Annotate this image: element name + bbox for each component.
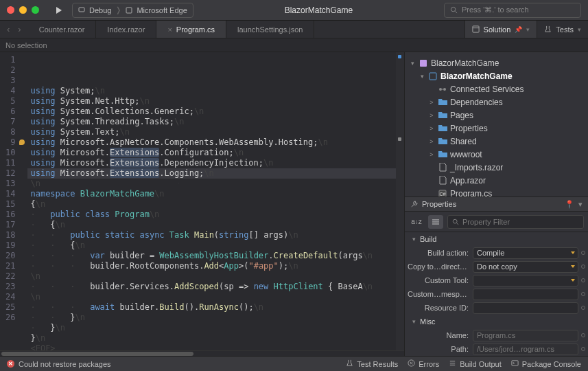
code-line[interactable]: \n (27, 292, 396, 302)
close-window-button[interactable] (7, 6, 14, 14)
code-line[interactable]: · {\n (27, 220, 396, 230)
status-pad-button[interactable]: Package Console (511, 359, 581, 368)
code-line[interactable]: using System.Collections.Generic;\n (27, 106, 396, 117)
nav-back-button[interactable]: ‹ (4, 23, 12, 36)
tree-item[interactable]: _Imports.razor (405, 161, 588, 174)
breadcrumb[interactable]: No selection (0, 38, 588, 52)
code-line[interactable]: · · · var builder = WebAssemblyHostBuild… (27, 251, 396, 261)
property-filter-input[interactable]: Property Filter (447, 215, 584, 229)
sort-alpha-button[interactable]: a↓z (409, 215, 424, 229)
tests-tab-label: Tests (556, 25, 574, 34)
solution-tab-label: Solution (484, 25, 511, 34)
property-group-header[interactable]: ▾Build (405, 232, 588, 246)
tree-item[interactable]: >Pages (405, 109, 588, 122)
tree-item[interactable]: ▾BlazorMatchGame (405, 69, 588, 82)
pin-icon[interactable]: 📍 (565, 200, 574, 209)
tree-twisty-icon[interactable]: > (428, 138, 435, 145)
code-editor[interactable]: 1234567891011121314151617181920212223242… (0, 52, 404, 350)
code-line[interactable]: \n (27, 271, 396, 282)
tree-twisty-icon[interactable]: > (428, 151, 435, 158)
global-search-box[interactable]: Press '⌘.' to search (444, 3, 581, 18)
code-line[interactable]: using Microsoft.AspNetCore.Components.We… (27, 137, 396, 148)
tree-twisty-icon[interactable]: > (428, 112, 435, 119)
pin-icon[interactable]: 📌 (515, 26, 522, 33)
status-error-message[interactable]: ✕ Could not restore packages (7, 360, 111, 368)
code-line[interactable]: }\n (27, 333, 396, 344)
code-line[interactable]: using System;\n (27, 86, 396, 96)
chevron-down-icon: ▾ (410, 318, 417, 325)
horizontal-scrollbar[interactable] (0, 350, 404, 356)
property-dropdown[interactable]: Compile (473, 247, 578, 259)
property-input[interactable]: Program.cs (473, 330, 578, 341)
property-marker-icon[interactable] (581, 306, 585, 310)
code-line[interactable]: using System.Net.Http;\n (27, 96, 396, 106)
close-tab-button[interactable]: × (167, 25, 172, 34)
chevron-down-icon[interactable]: ▾ (578, 26, 581, 33)
run-configuration-selector[interactable]: Debug ❭ Microsoft Edge (72, 3, 193, 18)
code-line[interactable]: using System.Threading.Tasks;\n (27, 117, 396, 127)
tests-panel-tab[interactable]: Tests ▾ (537, 21, 588, 38)
code-line[interactable]: · · · builder.RootComponents.Add<App>("#… (27, 261, 396, 271)
property-marker-icon[interactable] (581, 347, 585, 351)
tree-item[interactable]: App.razor (405, 174, 588, 187)
tree-item[interactable]: >Properties (405, 122, 588, 135)
property-dropdown[interactable] (473, 275, 578, 286)
status-pad-button[interactable]: Errors (408, 359, 439, 368)
chevron-down-icon[interactable]: ▾ (578, 200, 583, 209)
code-line[interactable]: · · {\n (27, 240, 396, 251)
property-input[interactable] (473, 289, 578, 300)
property-marker-icon[interactable] (581, 265, 585, 269)
code-line[interactable]: · · }\n (27, 313, 396, 323)
sort-category-button[interactable] (428, 215, 443, 229)
tree-item[interactable]: >Dependencies (405, 95, 588, 109)
code-line[interactable]: \n (27, 179, 396, 189)
code-line[interactable]: using Microsoft.Extensions.Logging;\n (27, 168, 396, 179)
tree-item[interactable]: ▾BlazorMatchGame (405, 56, 588, 69)
property-group-header[interactable]: ▾Misc (405, 315, 588, 328)
tree-item[interactable]: C#Program.cs (405, 187, 588, 196)
status-pad-button[interactable]: Build Output (449, 359, 502, 368)
editor-tab[interactable]: Counter.razor (28, 21, 97, 38)
solution-explorer-tree[interactable]: ▾BlazorMatchGame▾BlazorMatchGameConnecte… (405, 52, 588, 196)
property-input[interactable] (473, 302, 578, 314)
code-line[interactable]: · public class Program\n (27, 210, 396, 220)
tree-item[interactable]: >wwwroot (405, 148, 588, 161)
property-marker-icon[interactable] (581, 251, 585, 255)
tree-twisty-icon[interactable]: ▾ (409, 60, 416, 67)
tree-twisty-icon[interactable]: > (428, 125, 435, 132)
code-line[interactable]: · · · builder.Services.AddScoped(sp => n… (27, 282, 396, 292)
code-line[interactable]: {\n (27, 199, 396, 210)
solution-panel-tab[interactable]: Solution 📌 ▾ (464, 21, 537, 38)
maximize-window-button[interactable] (32, 6, 39, 14)
run-button[interactable] (51, 3, 67, 18)
minimize-window-button[interactable] (19, 6, 27, 14)
code-line[interactable]: · }\n (27, 323, 396, 333)
chevron-down-icon[interactable]: ▾ (526, 26, 530, 33)
marker-strip[interactable] (396, 52, 404, 350)
status-pad-button[interactable]: Test Results (346, 359, 398, 368)
code-line[interactable]: <EOF> (27, 344, 396, 350)
tree-item[interactable]: Connected Services (405, 82, 588, 95)
property-marker-icon[interactable] (581, 292, 585, 296)
marker-indicator[interactable] (398, 55, 401, 58)
code-line[interactable]: using Microsoft.Extensions.DependencyInj… (27, 158, 396, 168)
property-marker-icon[interactable] (581, 333, 585, 337)
property-input[interactable]: /Users/jord…rogram.cs (473, 344, 578, 355)
code-line[interactable]: · · · await builder.Build().RunAsync();\… (27, 302, 396, 313)
code-line[interactable]: · · public static async Task Main(string… (27, 230, 396, 240)
code-line[interactable]: namespace BlazorMatchGame\n (27, 189, 396, 199)
nav-forward-button[interactable]: › (15, 23, 23, 36)
code-line[interactable]: using Microsoft.Extensions.Configuration… (27, 148, 396, 158)
tree-twisty-icon[interactable]: ▾ (419, 73, 425, 80)
marker-indicator[interactable] (398, 137, 401, 141)
tree-item[interactable]: >Shared (405, 135, 588, 148)
editor-tab[interactable]: launchSettings.json (226, 21, 314, 38)
property-marker-icon[interactable] (581, 278, 585, 282)
code-line[interactable]: using System.Text;\n (27, 127, 396, 137)
editor-tab[interactable]: Index.razor (96, 21, 156, 38)
property-dropdown[interactable]: Do not copy (473, 261, 578, 273)
scrollbar-thumb[interactable] (1, 352, 193, 356)
editor-tab[interactable]: ×Program.cs (156, 21, 226, 38)
code-content[interactable]: using System;\nusing System.Net.Http;\nu… (27, 52, 396, 350)
tree-twisty-icon[interactable]: > (428, 99, 435, 106)
